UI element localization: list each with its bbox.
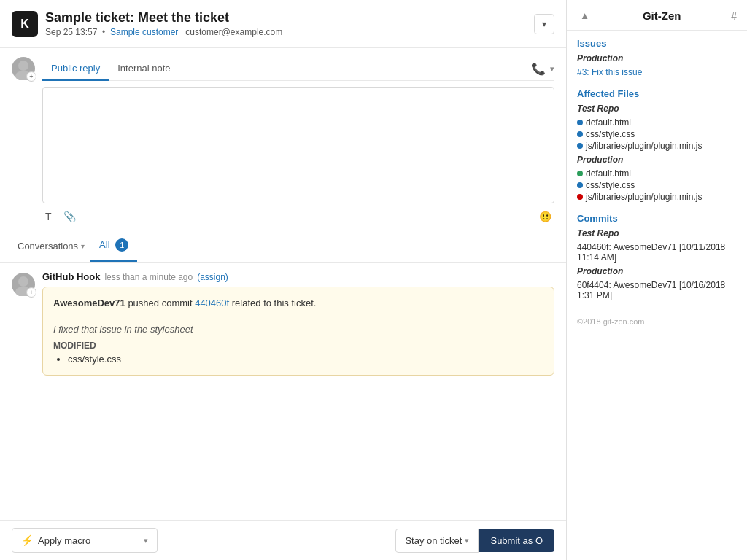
current-user-avatar: +: [12, 57, 35, 80]
svg-point-2: [18, 276, 28, 287]
github-avatar-badge: +: [26, 287, 36, 298]
apply-macro-label: Apply macro: [38, 535, 90, 546]
commit-item-2: 60f4404: AwesomeDev71 [10/16/2018 1:31 P…: [577, 279, 737, 301]
commit-message: I fixed that issue in the stylesheet: [53, 324, 543, 335]
git-zen-footer: ©2018 git-zen.com: [567, 310, 747, 333]
activity-content: GitHub Hook less than a minute ago (assi…: [42, 271, 554, 376]
conversations-section: Conversations ▾ All 1: [0, 230, 566, 262]
conversations-dropdown-arrow: ▾: [81, 242, 85, 250]
prod-file-3: js/libraries/plugin/plugin.min.js: [577, 191, 737, 203]
ticket-info: Sample ticket: Meet the ticket Sep 25 13…: [45, 10, 282, 37]
logo-text: K: [20, 18, 29, 31]
commits-test-repo-title: Test Repo: [577, 228, 737, 238]
file-dot-blue-2: [577, 131, 583, 137]
phone-dropdown-icon[interactable]: ▾: [550, 64, 554, 74]
apply-macro-chevron: ▾: [144, 536, 148, 545]
related-text: related to this ticket.: [232, 298, 317, 308]
header-dropdown-button[interactable]: ▾: [534, 14, 554, 34]
git-zen-issues-section: Issues Production #3: Fix this issue: [567, 31, 747, 81]
ticket-date: Sep 25 13:57: [45, 27, 97, 37]
activity-header: GitHub Hook less than a minute ago (assi…: [42, 271, 554, 282]
conversations-dropdown[interactable]: Conversations ▾: [12, 232, 90, 260]
tab-public-reply[interactable]: Public reply: [42, 57, 109, 81]
git-zen-pin-icon[interactable]: #: [731, 10, 737, 22]
modified-file-item: css/style.css: [68, 354, 543, 365]
issue-link[interactable]: #3: Fix this issue: [577, 67, 642, 77]
reply-editor[interactable]: [42, 87, 554, 203]
customer-name-link[interactable]: Sample customer: [110, 27, 178, 37]
submit-button[interactable]: Submit as O: [479, 529, 554, 552]
activity-feed: + GitHub Hook less than a minute ago (as…: [0, 262, 566, 520]
affected-file-3: js/libraries/plugin/plugin.min.js: [577, 140, 737, 152]
activity-item: + GitHub Hook less than a minute ago (as…: [12, 271, 554, 376]
file-dot-blue-1: [577, 120, 583, 125]
activity-time: less than a minute ago: [104, 272, 193, 282]
activity-card: AwesomeDev71 pushed commit 440460f relat…: [42, 287, 554, 376]
commit-description: AwesomeDev71 pushed commit 440460f relat…: [53, 298, 543, 308]
reply-tabs: Public reply Internal note 📞 ▾: [42, 57, 554, 81]
git-zen-collapse-button[interactable]: ▲: [577, 7, 592, 24]
conversations-tabs: All 1: [90, 230, 137, 262]
stay-on-ticket-button[interactable]: Stay on ticket ▾: [395, 529, 479, 553]
file-dot-green-1: [577, 171, 583, 176]
git-zen-title: Git-Zen: [643, 9, 681, 22]
issue-item: #3: Fix this issue: [577, 66, 737, 78]
submit-actions: Stay on ticket ▾ Submit as O: [395, 529, 554, 553]
lightning-icon: ⚡: [21, 534, 34, 546]
reply-toolbar: T 📎 🙂: [42, 203, 554, 230]
apply-macro-button[interactable]: ⚡ Apply macro ▾: [12, 528, 158, 553]
bottom-bar: ⚡ Apply macro ▾ Stay on ticket ▾ Submit …: [0, 520, 566, 560]
file-dot-red-1: [577, 194, 583, 200]
affected-file-1: default.html: [577, 117, 737, 128]
commit-link[interactable]: 440460f: [195, 298, 229, 308]
tab-internal-note[interactable]: Internal note: [109, 57, 179, 81]
affected-file-2: css/style.css: [577, 128, 737, 140]
modified-label: MODIFIED: [53, 341, 543, 351]
phone-icon: 📞: [531, 62, 546, 76]
commit-item-1: 440460f: AwesomeDev71 [10/11/2018 11:14 …: [577, 241, 737, 263]
attach-file-button[interactable]: 📎: [61, 208, 79, 225]
commits-production-title: Production: [577, 266, 737, 276]
modified-files-list: css/style.css: [53, 354, 543, 365]
git-zen-panel: ▲ Git-Zen # Issues Production #3: Fix th…: [566, 0, 747, 560]
text-format-button[interactable]: T: [42, 208, 55, 225]
affected-test-repo-title: Test Repo: [577, 104, 737, 114]
ticket-header: K Sample ticket: Meet the ticket Sep 25 …: [0, 0, 566, 48]
prod-file-1: default.html: [577, 168, 737, 179]
tab-all[interactable]: All 1: [90, 230, 137, 262]
commit-separator: [53, 316, 543, 316]
activity-assign-link[interactable]: (assign): [197, 272, 228, 282]
conversations-label: Conversations: [18, 241, 78, 252]
app-logo: K: [12, 11, 38, 37]
avatar-badge: +: [26, 71, 36, 82]
file-dot-blue-3: [577, 143, 583, 149]
prod-file-2: css/style.css: [577, 179, 737, 191]
github-hook-avatar: +: [12, 273, 35, 296]
commit-pusher: AwesomeDev71: [53, 298, 125, 308]
issues-production-title: Production: [577, 53, 737, 63]
customer-email: customer@example.com: [185, 27, 282, 37]
stay-on-ticket-label: Stay on ticket: [405, 535, 462, 546]
stay-chevron-icon: ▾: [465, 536, 469, 545]
ticket-title: Sample ticket: Meet the ticket: [45, 10, 282, 26]
svg-point-0: [18, 61, 28, 71]
affected-production-title: Production: [577, 155, 737, 165]
all-tab-badge: 1: [115, 238, 128, 252]
commit-text: pushed commit: [128, 298, 195, 308]
file-dot-blue-4: [577, 182, 583, 188]
git-zen-header: ▲ Git-Zen #: [567, 0, 747, 31]
git-zen-affected-files-section: Affected Files Test Repo default.html cs…: [567, 81, 747, 206]
ticket-meta: Sep 25 13:57 • Sample customer customer@…: [45, 27, 282, 37]
affected-files-title: Affected Files: [577, 88, 737, 99]
commits-title: Commits: [577, 213, 737, 224]
git-zen-commits-section: Commits Test Repo 440460f: AwesomeDev71 …: [567, 206, 747, 304]
issues-section-title: Issues: [577, 38, 737, 49]
activity-author: GitHub Hook: [42, 271, 100, 282]
emoji-button[interactable]: 🙂: [536, 208, 554, 225]
